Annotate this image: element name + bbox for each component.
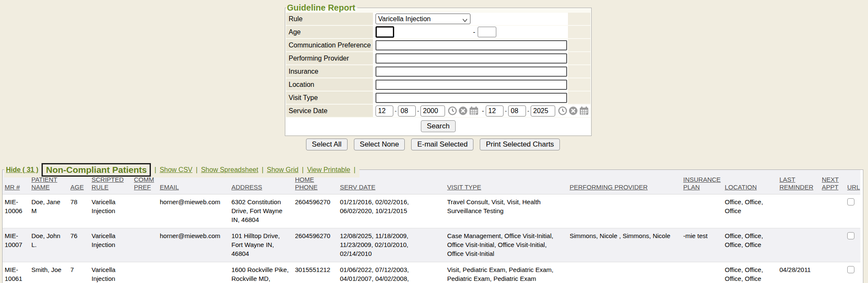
service-date-label: Service Date: [286, 105, 373, 117]
col-header-next-appt[interactable]: NEXTAPPT: [820, 170, 845, 194]
cell-address: 1600 Rockville Pike, Rockville MD, 55555: [229, 262, 293, 283]
insurance-input[interactable]: [376, 67, 567, 77]
separator: |: [353, 166, 355, 174]
clock-icon[interactable]: [558, 106, 567, 115]
col-header-url[interactable]: URL: [845, 170, 860, 194]
cell-provider: Simmons, Nicole , Simmons, Nicole: [568, 228, 681, 262]
cell-location: Office, Office, Office: [723, 194, 777, 228]
col-header-line: AGE: [70, 183, 87, 191]
cell-email: horner@mieweb.com: [158, 228, 229, 262]
select-none-button[interactable]: Select None: [354, 139, 405, 150]
col-header-line: PLAN: [683, 183, 720, 191]
separator: |: [196, 166, 198, 174]
visit-type-input[interactable]: [376, 93, 567, 103]
service-date-to-year-input[interactable]: [531, 105, 555, 117]
selection-actions: Select All Select None E-mail Selected P…: [285, 139, 581, 150]
cell-next-appt: [820, 228, 845, 262]
col-header-line: PREF: [134, 183, 155, 191]
table-row: MIE-10006Doe, Jane M78Varicella Injectio…: [3, 194, 860, 228]
print-selected-charts-button[interactable]: Print Selected Charts: [480, 139, 560, 150]
cell-serv-dates: 01/21/2016, 02/02/2016, 06/02/2020, 10/2…: [338, 194, 445, 228]
patients-table-body: MIE-10006Doe, Jane M78Varicella Injectio…: [3, 194, 860, 283]
cell-select: [845, 262, 860, 283]
service-date-from-year-input[interactable]: [420, 105, 445, 117]
rule-row: Rule Varicella Injection: [286, 13, 590, 25]
col-header-line: NEXT: [822, 176, 843, 183]
separator: |: [154, 166, 156, 174]
service-date-from-month-input[interactable]: [376, 105, 393, 117]
service-date-to-day-input[interactable]: [508, 105, 526, 117]
col-header-performing-provider[interactable]: PERFORMING PROVIDER: [568, 170, 681, 194]
col-header-last-reminder[interactable]: LASTREMINDER: [777, 170, 820, 194]
cell-comm-pref: [132, 228, 158, 262]
patients-table: MR #PATIENTNAMEAGESCRIPTEDRULECOMMPREFEM…: [3, 170, 860, 283]
cell-visit-type: Visit, Pediatric Exam, Pediatric Exam, P…: [445, 262, 568, 283]
cell-mr: MIE-10061: [3, 262, 29, 283]
view-printable-link[interactable]: View Printable: [307, 166, 350, 174]
col-header-line: URL: [847, 183, 858, 191]
row-select-checkbox[interactable]: [847, 198, 854, 205]
communication-preference-input[interactable]: [376, 40, 567, 50]
cell-select: [845, 228, 860, 262]
col-header-location[interactable]: LOCATION: [723, 170, 777, 194]
calendar-icon[interactable]: [579, 106, 589, 115]
service-date-to-month-input[interactable]: [486, 105, 504, 117]
service-date-row: Service Date - -: [286, 105, 590, 117]
hide-count-link[interactable]: Hide ( 31 ): [6, 166, 38, 174]
cell-comm-pref: [132, 262, 158, 283]
age-from-input[interactable]: [376, 26, 394, 38]
date-dash: -: [505, 107, 507, 114]
col-header-insurance-plan[interactable]: INSURANCEPLAN: [681, 170, 723, 194]
rule-select[interactable]: Varicella Injection: [376, 14, 470, 24]
performing-provider-label: Performing Provider: [286, 52, 373, 64]
cell-age: 78: [68, 194, 89, 228]
search-button[interactable]: Search: [421, 120, 456, 132]
service-date-from-day-input[interactable]: [398, 105, 416, 117]
location-input[interactable]: [376, 80, 567, 90]
row-select-checkbox[interactable]: [847, 266, 854, 273]
date-dash: -: [395, 107, 397, 114]
cell-insurance: [681, 262, 723, 283]
cell-location: Office, Office, Office, Office: [723, 228, 777, 262]
cell-visit-type: Travel Consult, Visit, Visit, Health Sur…: [445, 194, 568, 228]
cell-address: 101 Hilltop Drive, Fort Wayne IN, 46804: [229, 228, 293, 262]
col-header-line: EMAIL: [160, 183, 227, 191]
visit-type-row: Visit Type: [286, 92, 590, 104]
cell-last-reminder: 04/28/2011: [777, 262, 820, 283]
calendar-icon[interactable]: [469, 106, 479, 115]
col-header-line: APPT: [822, 183, 843, 191]
date-range-dash: -: [482, 107, 484, 114]
show-spreadsheet-link[interactable]: Show Spreadsheet: [201, 166, 258, 174]
show-csv-link[interactable]: Show CSV: [160, 166, 192, 174]
cell-last-reminder: [777, 194, 820, 228]
cell-age: 76: [68, 228, 89, 262]
clear-date-icon[interactable]: [569, 106, 578, 115]
insurance-row: Insurance: [286, 65, 590, 78]
cell-rule: Varicella Injection: [89, 228, 132, 262]
cell-name: Doe, John L.: [29, 228, 68, 262]
col-header-line: REMINDER: [779, 183, 817, 191]
cell-insurance: -mie test: [681, 228, 723, 262]
location-label: Location: [286, 78, 373, 91]
cell-serv-dates: 01/06/2022, 07/12/2003, 04/01/2007, 04/0…: [338, 262, 445, 283]
email-selected-button[interactable]: E-mail Selected: [411, 139, 473, 150]
age-range-dash: -: [473, 28, 475, 36]
cell-serv-dates: 12/08/2025, 11/18/2009, 11/23/2009, 02/1…: [338, 228, 445, 262]
clock-icon[interactable]: [448, 106, 457, 115]
location-row: Location: [286, 78, 590, 91]
select-all-button[interactable]: Select All: [306, 139, 348, 150]
col-header-line: INSURANCE: [683, 176, 720, 183]
separator: |: [262, 166, 263, 174]
col-header-line: PERFORMING PROVIDER: [570, 183, 679, 191]
non-compliant-patients-panel: Hide ( 31 ) Non-Compliant Patients | Sho…: [2, 169, 863, 283]
clear-date-icon[interactable]: [459, 106, 467, 115]
performing-provider-input[interactable]: [376, 53, 567, 64]
cell-select: [845, 194, 860, 228]
col-header-visit-type[interactable]: VISIT TYPE: [445, 170, 568, 194]
col-header-line: PHONE: [295, 183, 335, 191]
show-grid-link[interactable]: Show Grid: [267, 166, 299, 174]
cell-email: horner@mieweb.com: [158, 194, 229, 228]
cell-visit-type: Case Management, Office Visit-Initial, O…: [445, 228, 568, 262]
age-to-input[interactable]: [478, 27, 496, 37]
row-select-checkbox[interactable]: [847, 232, 854, 239]
